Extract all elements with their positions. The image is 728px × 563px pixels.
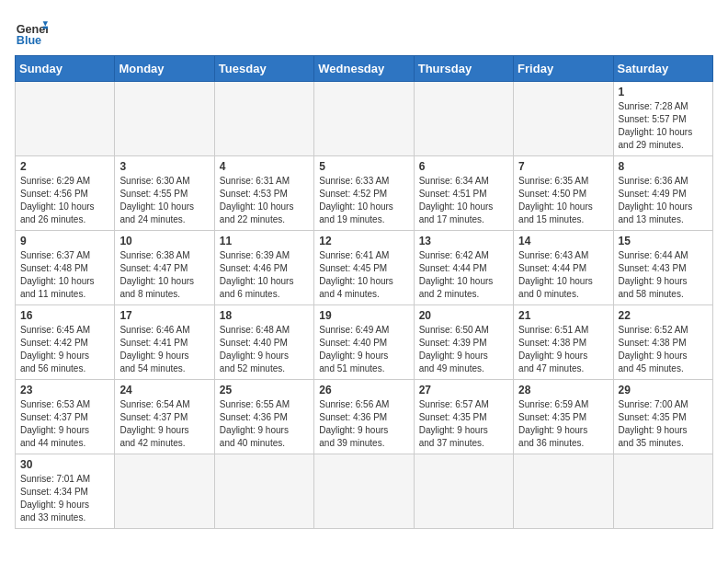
calendar-cell: 29Sunrise: 7:00 AM Sunset: 4:35 PM Dayli… xyxy=(613,380,712,454)
calendar-cell: 6Sunrise: 6:34 AM Sunset: 4:51 PM Daylig… xyxy=(414,156,513,231)
weekday-header-sunday: Sunday xyxy=(16,56,115,82)
calendar-cell: 27Sunrise: 6:57 AM Sunset: 4:35 PM Dayli… xyxy=(414,380,513,454)
calendar-cell xyxy=(314,82,414,156)
calendar-cell: 10Sunrise: 6:38 AM Sunset: 4:47 PM Dayli… xyxy=(115,231,214,305)
day-number: 19 xyxy=(319,309,408,322)
week-row-0: 1Sunrise: 7:28 AM Sunset: 5:57 PM Daylig… xyxy=(16,82,713,156)
calendar-cell xyxy=(613,454,712,529)
weekday-header-saturday: Saturday xyxy=(613,56,712,82)
calendar-cell xyxy=(414,454,513,529)
calendar-cell xyxy=(214,454,313,529)
day-number: 20 xyxy=(419,309,508,322)
calendar-cell: 18Sunrise: 6:48 AM Sunset: 4:40 PM Dayli… xyxy=(214,305,313,380)
calendar-cell: 16Sunrise: 6:45 AM Sunset: 4:42 PM Dayli… xyxy=(16,305,115,380)
calendar-cell: 8Sunrise: 6:36 AM Sunset: 4:49 PM Daylig… xyxy=(613,156,712,231)
calendar-cell: 9Sunrise: 6:37 AM Sunset: 4:48 PM Daylig… xyxy=(16,231,115,305)
weekday-header-tuesday: Tuesday xyxy=(214,56,313,82)
page-header: General Blue xyxy=(15,15,713,48)
svg-text:Blue: Blue xyxy=(17,34,41,47)
day-info: Sunrise: 7:01 AM Sunset: 4:34 PM Dayligh… xyxy=(20,473,109,524)
day-number: 24 xyxy=(119,384,209,396)
day-number: 7 xyxy=(518,160,608,173)
calendar-cell: 19Sunrise: 6:49 AM Sunset: 4:40 PM Dayli… xyxy=(314,305,414,380)
calendar-cell xyxy=(115,82,214,156)
day-number: 23 xyxy=(20,384,109,396)
day-info: Sunrise: 6:52 AM Sunset: 4:38 PM Dayligh… xyxy=(619,324,708,375)
day-info: Sunrise: 6:48 AM Sunset: 4:40 PM Dayligh… xyxy=(220,324,309,375)
day-number: 21 xyxy=(518,309,608,322)
calendar-cell: 23Sunrise: 6:53 AM Sunset: 4:37 PM Dayli… xyxy=(16,380,115,454)
day-info: Sunrise: 6:34 AM Sunset: 4:51 PM Dayligh… xyxy=(419,175,508,226)
day-info: Sunrise: 7:28 AM Sunset: 5:57 PM Dayligh… xyxy=(619,100,708,152)
day-info: Sunrise: 6:54 AM Sunset: 4:37 PM Dayligh… xyxy=(119,398,209,450)
day-number: 12 xyxy=(319,235,408,247)
day-number: 3 xyxy=(119,160,209,173)
calendar-cell: 13Sunrise: 6:42 AM Sunset: 4:44 PM Dayli… xyxy=(414,231,513,305)
day-info: Sunrise: 6:43 AM Sunset: 4:44 PM Dayligh… xyxy=(518,249,608,301)
calendar-cell: 3Sunrise: 6:30 AM Sunset: 4:55 PM Daylig… xyxy=(115,156,214,231)
day-number: 27 xyxy=(419,384,508,396)
day-number: 4 xyxy=(220,160,309,173)
weekday-header-friday: Friday xyxy=(514,56,613,82)
day-info: Sunrise: 6:51 AM Sunset: 4:38 PM Dayligh… xyxy=(518,324,608,375)
day-info: Sunrise: 6:53 AM Sunset: 4:37 PM Dayligh… xyxy=(20,398,109,450)
day-info: Sunrise: 6:46 AM Sunset: 4:41 PM Dayligh… xyxy=(119,324,209,375)
day-number: 9 xyxy=(20,235,109,247)
calendar-cell: 26Sunrise: 6:56 AM Sunset: 4:36 PM Dayli… xyxy=(314,380,414,454)
calendar-cell xyxy=(16,82,115,156)
calendar-cell: 4Sunrise: 6:31 AM Sunset: 4:53 PM Daylig… xyxy=(214,156,313,231)
day-number: 22 xyxy=(619,309,708,322)
day-info: Sunrise: 6:45 AM Sunset: 4:42 PM Dayligh… xyxy=(20,324,109,375)
day-number: 6 xyxy=(419,160,508,173)
day-info: Sunrise: 6:35 AM Sunset: 4:50 PM Dayligh… xyxy=(518,175,608,226)
day-number: 17 xyxy=(119,309,209,322)
calendar-cell: 21Sunrise: 6:51 AM Sunset: 4:38 PM Dayli… xyxy=(514,305,613,380)
day-info: Sunrise: 6:33 AM Sunset: 4:52 PM Dayligh… xyxy=(319,175,408,226)
calendar-cell: 24Sunrise: 6:54 AM Sunset: 4:37 PM Dayli… xyxy=(115,380,214,454)
day-number: 2 xyxy=(20,160,109,173)
week-row-3: 16Sunrise: 6:45 AM Sunset: 4:42 PM Dayli… xyxy=(16,305,713,380)
day-number: 8 xyxy=(619,160,708,173)
calendar-cell xyxy=(314,454,414,529)
weekday-header-wednesday: Wednesday xyxy=(314,56,414,82)
day-info: Sunrise: 6:49 AM Sunset: 4:40 PM Dayligh… xyxy=(319,324,408,375)
day-info: Sunrise: 6:56 AM Sunset: 4:36 PM Dayligh… xyxy=(319,398,408,450)
calendar-cell xyxy=(514,82,613,156)
calendar-cell: 22Sunrise: 6:52 AM Sunset: 4:38 PM Dayli… xyxy=(613,305,712,380)
day-number: 18 xyxy=(220,309,309,322)
day-info: Sunrise: 6:37 AM Sunset: 4:48 PM Dayligh… xyxy=(20,249,109,301)
calendar-cell: 2Sunrise: 6:29 AM Sunset: 4:56 PM Daylig… xyxy=(16,156,115,231)
calendar-cell: 20Sunrise: 6:50 AM Sunset: 4:39 PM Dayli… xyxy=(414,305,513,380)
day-number: 16 xyxy=(20,309,109,322)
day-info: Sunrise: 6:30 AM Sunset: 4:55 PM Dayligh… xyxy=(119,175,209,226)
weekday-header-monday: Monday xyxy=(115,56,214,82)
day-info: Sunrise: 6:29 AM Sunset: 4:56 PM Dayligh… xyxy=(20,175,109,226)
day-info: Sunrise: 6:59 AM Sunset: 4:35 PM Dayligh… xyxy=(518,398,608,450)
day-info: Sunrise: 6:38 AM Sunset: 4:47 PM Dayligh… xyxy=(119,249,209,301)
day-info: Sunrise: 6:39 AM Sunset: 4:46 PM Dayligh… xyxy=(220,249,309,301)
calendar-cell xyxy=(115,454,214,529)
day-number: 1 xyxy=(619,86,708,98)
calendar-cell: 28Sunrise: 6:59 AM Sunset: 4:35 PM Dayli… xyxy=(514,380,613,454)
day-info: Sunrise: 6:57 AM Sunset: 4:35 PM Dayligh… xyxy=(419,398,508,450)
weekday-header-thursday: Thursday xyxy=(414,56,513,82)
calendar-cell: 7Sunrise: 6:35 AM Sunset: 4:50 PM Daylig… xyxy=(514,156,613,231)
day-info: Sunrise: 6:42 AM Sunset: 4:44 PM Dayligh… xyxy=(419,249,508,301)
day-number: 10 xyxy=(119,235,209,247)
calendar-cell xyxy=(214,82,313,156)
day-number: 28 xyxy=(518,384,608,396)
day-number: 30 xyxy=(20,458,109,471)
day-info: Sunrise: 7:00 AM Sunset: 4:35 PM Dayligh… xyxy=(619,398,708,450)
weekday-header-row: SundayMondayTuesdayWednesdayThursdayFrid… xyxy=(16,56,713,82)
day-number: 26 xyxy=(319,384,408,396)
week-row-2: 9Sunrise: 6:37 AM Sunset: 4:48 PM Daylig… xyxy=(16,231,713,305)
day-number: 29 xyxy=(619,384,708,396)
day-info: Sunrise: 6:44 AM Sunset: 4:43 PM Dayligh… xyxy=(619,249,708,301)
day-info: Sunrise: 6:36 AM Sunset: 4:49 PM Dayligh… xyxy=(619,175,708,226)
calendar-table: SundayMondayTuesdayWednesdayThursdayFrid… xyxy=(15,55,713,529)
day-info: Sunrise: 6:31 AM Sunset: 4:53 PM Dayligh… xyxy=(220,175,309,226)
calendar-cell xyxy=(414,82,513,156)
calendar-cell: 15Sunrise: 6:44 AM Sunset: 4:43 PM Dayli… xyxy=(613,231,712,305)
day-info: Sunrise: 6:50 AM Sunset: 4:39 PM Dayligh… xyxy=(419,324,508,375)
calendar-cell: 14Sunrise: 6:43 AM Sunset: 4:44 PM Dayli… xyxy=(514,231,613,305)
